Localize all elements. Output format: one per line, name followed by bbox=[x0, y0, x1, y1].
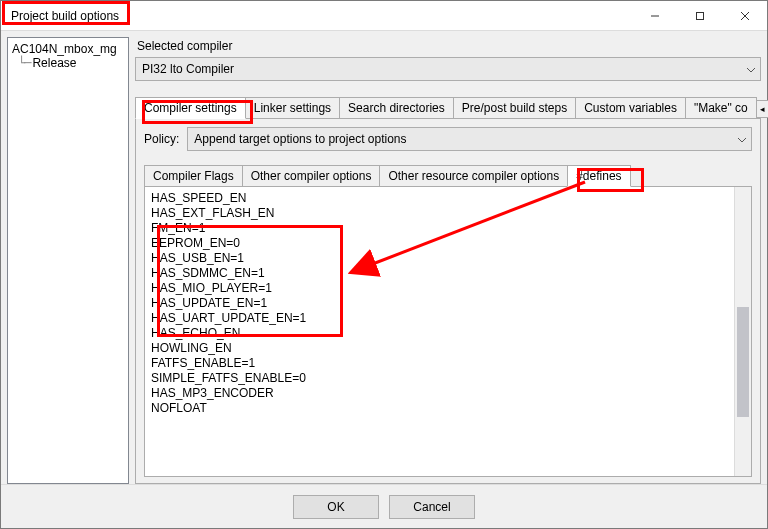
selected-compiler-value: PI32 lto Compiler bbox=[142, 62, 234, 76]
ok-button[interactable]: OK bbox=[293, 495, 379, 519]
top-tabs: Compiler settings Linker settings Search… bbox=[135, 95, 761, 119]
target-tree[interactable]: AC104N_mbox_mg └─ Release bbox=[7, 37, 129, 484]
tab-compiler-flags[interactable]: Compiler Flags bbox=[144, 165, 243, 186]
tab-other-compiler-options[interactable]: Other compiler options bbox=[242, 165, 381, 186]
tab-defines[interactable]: #defines bbox=[567, 165, 630, 187]
policy-dropdown[interactable]: Append target options to project options bbox=[187, 127, 752, 151]
scrollbar-thumb[interactable] bbox=[737, 307, 749, 417]
defines-textarea[interactable] bbox=[145, 187, 734, 476]
cancel-button[interactable]: Cancel bbox=[389, 495, 475, 519]
selected-compiler-label: Selected compiler bbox=[137, 39, 761, 53]
svg-rect-1 bbox=[696, 12, 703, 19]
tab-compiler-settings[interactable]: Compiler settings bbox=[135, 97, 246, 119]
close-button[interactable] bbox=[722, 1, 767, 31]
tab-scroll-arrows: ◂ ▸ bbox=[756, 100, 768, 118]
right-pane: Selected compiler PI32 lto Compiler Comp… bbox=[135, 37, 761, 484]
client-area: AC104N_mbox_mg └─ Release Selected compi… bbox=[1, 31, 767, 528]
policy-row: Policy: Append target options to project… bbox=[144, 127, 752, 151]
chevron-down-icon bbox=[737, 132, 747, 146]
tab-scroll-left[interactable]: ◂ bbox=[756, 100, 768, 118]
tab-pre-post-build[interactable]: Pre/post build steps bbox=[453, 97, 576, 118]
maximize-button[interactable] bbox=[677, 1, 722, 31]
selected-compiler-dropdown[interactable]: PI32 lto Compiler bbox=[135, 57, 761, 81]
window: Project build options AC104N_mbox_mg └─ … bbox=[0, 0, 768, 529]
minimize-button[interactable] bbox=[632, 1, 677, 31]
window-title: Project build options bbox=[1, 9, 119, 23]
chevron-down-icon bbox=[746, 62, 756, 76]
tree-root[interactable]: AC104N_mbox_mg bbox=[10, 42, 126, 56]
tree-connector-icon: └─ bbox=[18, 56, 30, 70]
vertical-scrollbar[interactable] bbox=[734, 187, 751, 476]
tab-custom-variables[interactable]: Custom variables bbox=[575, 97, 686, 118]
tab-other-resource-options[interactable]: Other resource compiler options bbox=[379, 165, 568, 186]
policy-value: Append target options to project options bbox=[194, 132, 406, 146]
dialog-button-row: OK Cancel bbox=[1, 484, 767, 528]
defines-area-wrap bbox=[144, 187, 752, 477]
compiler-settings-panel: Policy: Append target options to project… bbox=[135, 119, 761, 484]
tree-child[interactable]: └─ Release bbox=[10, 56, 126, 70]
titlebar: Project build options bbox=[1, 1, 767, 31]
tree-child-label: Release bbox=[32, 56, 76, 70]
tab-make-commands[interactable]: "Make" co bbox=[685, 97, 757, 118]
tab-linker-settings[interactable]: Linker settings bbox=[245, 97, 340, 118]
policy-label: Policy: bbox=[144, 132, 179, 146]
sub-tabs: Compiler Flags Other compiler options Ot… bbox=[144, 163, 752, 187]
tab-search-directories[interactable]: Search directories bbox=[339, 97, 454, 118]
main-split: AC104N_mbox_mg └─ Release Selected compi… bbox=[1, 31, 767, 484]
